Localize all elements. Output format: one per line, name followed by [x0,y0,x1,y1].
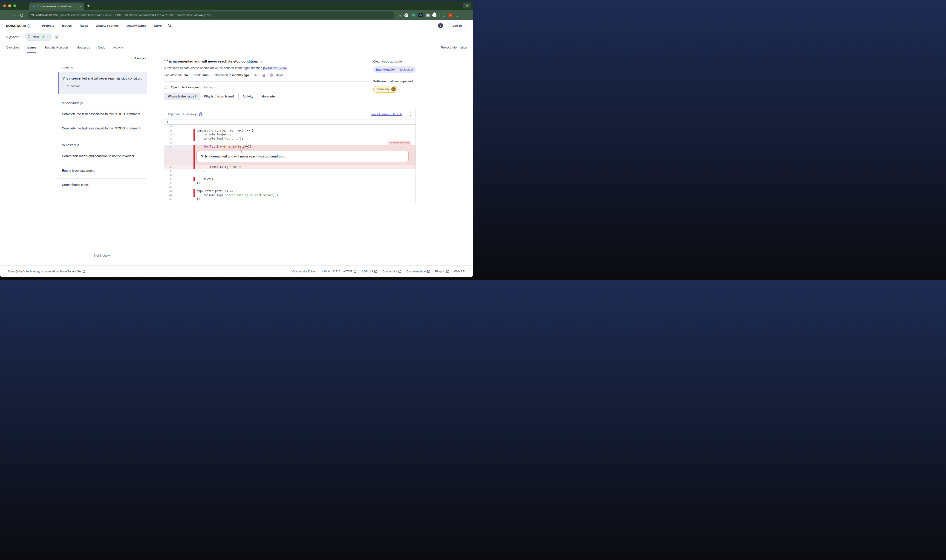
nav-item-quality-profiles[interactable]: Quality Profiles [96,24,119,27]
line-number[interactable]: 41 [164,189,172,193]
permalink-icon[interactable] [260,60,264,63]
line-number[interactable]: 34 [164,145,172,149]
expand-lines-above[interactable] [164,120,415,125]
search-icon[interactable] [168,24,171,28]
sonarsource-link[interactable]: SonarSource SA [59,270,81,273]
issue-locations: ⋮1 location [62,84,144,89]
reliability-pill[interactable]: Reliability [373,86,397,93]
tab-overview[interactable]: Overview [6,42,19,53]
detail-tab-activity[interactable]: Activity [239,93,258,100]
see-all-issues-link[interactable]: See all issues in this file [370,112,402,116]
code-file-name[interactable]: /index.js [186,112,198,116]
line-number[interactable]: 29 [164,125,172,129]
line-number[interactable]: 40 [164,185,172,189]
extension-camera-icon[interactable] [426,14,430,17]
tab-measures[interactable]: Measures [76,42,90,53]
branch-selector[interactable]: main ✓ [25,33,52,41]
reload-button[interactable] [19,14,25,17]
login-button[interactable]: Log in [448,22,466,29]
extension-react-devtools-icon[interactable] [418,13,423,17]
line-code: } [194,169,415,173]
site-settings-icon[interactable] [31,14,34,17]
bookmark-star-icon[interactable]: ☆ [398,13,401,17]
issue-location-pin [240,147,243,151]
footer-link-community[interactable]: Community [382,270,401,273]
tab-activity[interactable]: Activity [113,42,123,53]
nav-item-more[interactable]: More [154,24,162,27]
browser-menu-icon[interactable]: ⋮ [456,13,460,17]
tab-code[interactable]: Code [98,42,105,53]
help-icon[interactable]: ? [438,23,443,28]
issue-assignee[interactable]: Not assigned [182,86,201,89]
issue-severity[interactable]: Major [275,73,283,77]
issue-message-box[interactable]: "i" is incremented and will never reach … [196,151,409,162]
footer-link-web-api[interactable]: Web API [454,270,465,273]
tab-issues[interactable]: Issues [27,42,36,53]
nav-item-quality-gates[interactable]: Quality Gates [126,24,146,27]
line-gutter [172,141,193,145]
minimize-window-button[interactable] [8,5,11,7]
branch-help-icon[interactable]: ? [54,34,59,39]
nav-item-projects[interactable]: Projects [42,24,54,27]
footer-link-community-edition[interactable]: Community Edition [292,270,316,273]
extension-orbit-icon[interactable] [404,13,408,17]
tab-security-hotspots[interactable]: Security Hotspots [44,42,69,53]
tab-search-button[interactable] [463,3,471,9]
address-bar[interactable]: codereviews.dev/project/issues?issueStat… [28,11,395,19]
detail-tab-why-is-this-an-issue-[interactable]: Why is this an issue? [200,93,239,100]
line-code: next(); [194,177,415,182]
footer-link-v10-6-92116-active[interactable]: v10.6 (92116) ACTIVE [322,270,356,273]
line-number[interactable]: 42 [164,193,172,197]
sonarqube-logo[interactable]: sonarqube [6,23,31,28]
line-number[interactable]: 35 [164,165,172,169]
nav-item-rules[interactable]: Rules [80,24,88,27]
issue-tags[interactable]: No tags [204,86,215,89]
status-radio-icon[interactable] [164,86,167,89]
code-project-key[interactable]: 42jzxf2aq [168,112,181,116]
attribute-pill[interactable]: Intentionality | Not logical [373,66,416,73]
footer-link-plugins[interactable]: Plugins [435,270,449,273]
project-information-link[interactable]: Project Information [441,46,467,49]
issue-type[interactable]: Bug [259,73,265,77]
forward-button[interactable]: → [11,13,17,17]
line-number[interactable]: 37 [164,173,172,177]
line-gutter [172,133,193,137]
line-number[interactable]: 38 [164,177,172,182]
extension-grammarly-icon[interactable]: G [411,13,415,17]
issue-list-item[interactable]: Correct this loop's end condition to not… [58,150,147,164]
footer-link-documentation[interactable]: Documentation [406,270,430,273]
close-window-button[interactable] [3,5,6,7]
browser-tab[interactable]: "i" is incremented and will ne × [29,3,84,10]
downloads-icon[interactable]: ↓ [443,13,445,17]
detail-tab-where-is-the-issue-[interactable]: Where is the issue? [164,93,200,100]
line-number[interactable]: 36 [164,169,172,173]
nav-item-issues[interactable]: Issues [62,24,72,27]
issue-status[interactable]: Open [171,86,179,89]
line-number[interactable]: 33 [164,141,172,145]
footer-link-lgpl-v3[interactable]: LGPL v3 [362,270,377,273]
profile-avatar[interactable]: k [448,13,453,18]
unfold-icon[interactable] [409,112,412,116]
issue-list-item[interactable]: Empty block statement. [58,165,147,178]
issue-status-row: Open Not assigned No tags [164,86,369,89]
issue-list-item[interactable]: "i" is incremented and will never reach … [58,72,147,94]
new-tab-button[interactable]: + [87,3,90,8]
line-number[interactable]: 32 [164,137,172,141]
copy-icon[interactable] [199,112,202,116]
fullscreen-window-button[interactable] [13,5,16,7]
line-number[interactable]: 39 [164,181,172,185]
chevron-down-icon [465,4,468,6]
issue-list-item[interactable]: Complete the task associated to this "TO… [58,108,147,122]
line-number[interactable]: 43 [164,197,172,202]
sonarqube-favicon [31,5,35,8]
line-number[interactable]: 31 [164,133,172,137]
rule-link[interactable]: javascript:S2251 [263,66,287,70]
line-number[interactable]: 30 [164,129,172,133]
project-key[interactable]: 42jzxf2aq [6,35,19,38]
detail-tab-more-info[interactable]: More info [258,93,279,100]
back-button[interactable]: ← [3,13,9,17]
issue-list-item[interactable]: Unreachable code. [58,178,147,193]
issue-list-item[interactable]: Complete the task associated to this "TO… [58,122,147,136]
extensions-puzzle-icon[interactable] [433,13,437,17]
close-tab-icon[interactable]: × [80,5,82,8]
